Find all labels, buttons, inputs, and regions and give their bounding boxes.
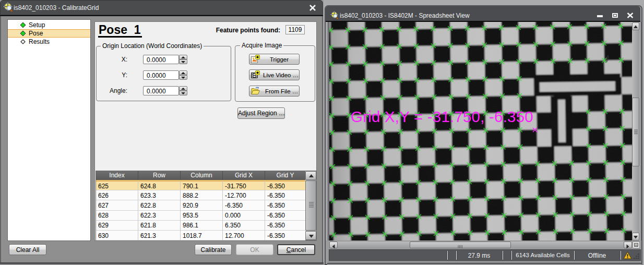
- svg-text:Grid X,Y = -31.750, -6.350: Grid X,Y = -31.750, -6.350: [351, 108, 533, 125]
